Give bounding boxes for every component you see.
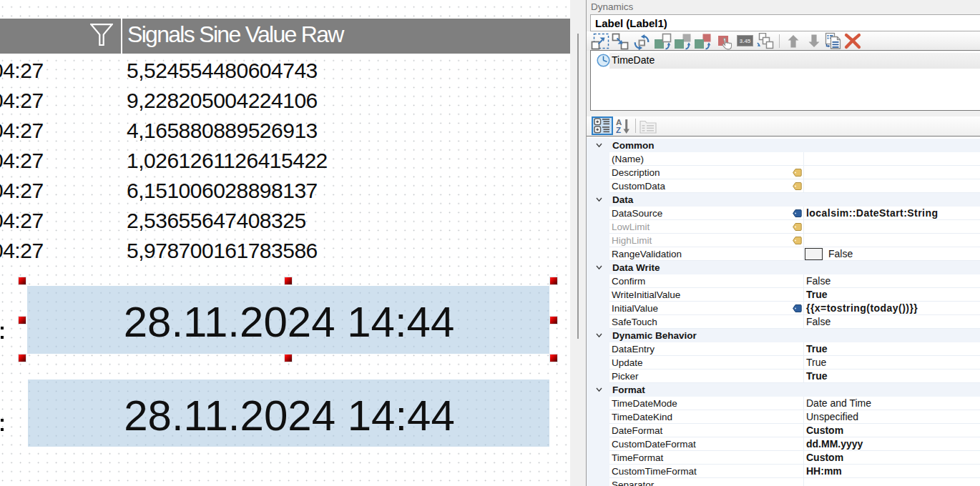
svg-text:A: A xyxy=(616,118,622,127)
svg-text:3.45: 3.45 xyxy=(740,38,751,44)
svg-text:Z: Z xyxy=(616,126,621,134)
